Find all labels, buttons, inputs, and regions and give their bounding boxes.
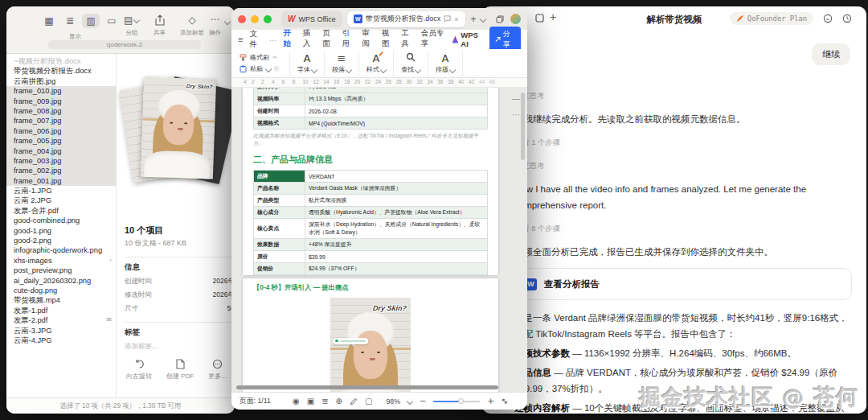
list-item[interactable]: xhs-images› — [6, 256, 116, 266]
user-avatar[interactable] — [510, 14, 521, 24]
column-view-icon[interactable]: ▥ — [82, 14, 100, 28]
fullscreen-icon[interactable]: ↔ — [499, 396, 510, 407]
ribbon-group-排版[interactable]: A排版 — [428, 51, 463, 76]
list-item[interactable]: frame_004.jpg — [6, 146, 116, 156]
table-cell-label: 产品名称 — [254, 183, 305, 195]
close-tab-icon[interactable]: × — [454, 15, 458, 23]
grid-view-icon[interactable]: ▦ — [40, 14, 58, 28]
zoom-slider[interactable] — [433, 401, 480, 402]
eye-icon[interactable]: ◉ — [293, 397, 300, 406]
rotate-left-icon — [134, 359, 145, 369]
edit-pen-icon[interactable] — [350, 397, 358, 406]
list-item[interactable]: good-combined.png — [6, 216, 116, 225]
list-item[interactable]: frame_002.jpg — [6, 166, 116, 175]
more-button[interactable]: 更多... — [208, 359, 227, 381]
list-item[interactable]: 云南-3.JPG — [6, 326, 116, 336]
doc-vertical-scrollbar[interactable] — [521, 93, 525, 160]
group-button[interactable]: ▤ 分组 — [124, 14, 139, 37]
doc-horizontal-scrollbar[interactable] — [236, 385, 498, 389]
format-painter-button[interactable]: 格式刷 ✂ — [240, 53, 289, 62]
list-item[interactable]: good-2.png — [6, 236, 116, 245]
list-item[interactable]: cute-dog.png — [6, 286, 116, 295]
list-item[interactable]: 发票-1.pdf — [6, 306, 116, 315]
zoom-level[interactable]: 98% — [386, 397, 400, 406]
paste-button[interactable]: 粘贴 ⎘ — [240, 64, 289, 73]
tab-list-chevron-icon[interactable] — [479, 15, 485, 22]
list-item[interactable]: post_preview.png — [6, 266, 116, 275]
list-view-icon[interactable]: ≣ — [61, 14, 79, 28]
maximize-window-button[interactable] — [264, 15, 272, 23]
share-button[interactable]: 共享 — [154, 14, 166, 37]
list-item[interactable]: frame_007.jpg — [6, 116, 116, 126]
list-item[interactable]: 发票-合并.pdf — [6, 206, 116, 216]
list-item[interactable]: frame_005.jpg — [6, 136, 116, 146]
feedback-icon[interactable] — [823, 14, 833, 23]
info-row: 尺寸56 — [125, 304, 235, 314]
format-painter-icon — [240, 54, 247, 61]
zoom-in-button[interactable]: + — [487, 397, 493, 406]
add-tags-placeholder[interactable]: 添加标签... — [125, 342, 235, 352]
focus-mode-icon[interactable]: ▢ — [365, 397, 372, 406]
menu-overflow-icon[interactable]: ··· — [269, 35, 277, 44]
tab-wps-home[interactable]: W WPS Office — [281, 11, 342, 27]
close-window-button[interactable] — [238, 15, 246, 23]
toolbar-overflow-chevron-icon[interactable] — [224, 19, 231, 25]
gallery-view-icon[interactable]: ▭ — [103, 14, 121, 28]
ribbon-group-段落[interactable]: ≡段落 — [325, 51, 359, 76]
finder-path-pill[interactable]: qoderwork-2 — [48, 40, 201, 49]
collapse-panel-icon[interactable]: — — [512, 94, 520, 103]
web-layout-icon[interactable]: ⊕ — [336, 397, 342, 406]
ribbon-group-样式[interactable]: A样式 — [359, 51, 394, 76]
more-tools-icon[interactable]: ··· — [512, 110, 520, 119]
list-item[interactable]: good-1.png — [6, 226, 116, 236]
menu-wps-ai[interactable]: WPS AI — [452, 31, 484, 48]
list-item[interactable]: 云南-4.JPG — [6, 336, 116, 345]
file-name: frame_006.jpg — [14, 126, 61, 136]
list-item[interactable]: frame_006.jpg — [6, 126, 116, 136]
menu-file[interactable]: 文件 — [248, 27, 263, 51]
list-item[interactable]: frame_009.jpg — [6, 97, 116, 106]
hamburger-icon[interactable]: ≡ — [238, 35, 243, 44]
list-item[interactable]: 带货视频分析报告.docx — [6, 66, 116, 76]
action-menu-button[interactable]: ··· 操作 — [209, 14, 221, 37]
list-item[interactable]: ~视频分析报告.docx — [6, 56, 116, 66]
report-card[interactable]: W 查看分析报告 — [514, 268, 852, 300]
plan-badge[interactable]: QoFounder Plan — [730, 12, 813, 25]
list-item[interactable]: frame_010.jpg — [6, 86, 116, 96]
ribbon-group-查找[interactable]: 查找 — [394, 51, 428, 76]
list-item[interactable]: infographic-qoderwork.png — [6, 245, 116, 255]
outline-icon[interactable]: ≣ — [321, 397, 328, 406]
thinking-label[interactable]: 深度思考 — [514, 88, 852, 104]
list-item[interactable]: 带货视频.mp4 — [6, 295, 116, 305]
ribbon-group-字体[interactable]: A字体 — [290, 51, 325, 76]
table-cell-value: Verdant Oasis Mask（绿洲保湿面膜） — [305, 183, 488, 195]
list-item[interactable]: ai_daily_20260302.png — [6, 276, 116, 286]
file-name: ~视频分析报告.docx — [14, 56, 80, 66]
thinking-label[interactable]: 深度思考 — [514, 158, 852, 174]
add-tag-button[interactable]: ◇ 添加标签 — [180, 14, 204, 37]
page-mode-icon[interactable]: ▣ — [307, 397, 314, 406]
zoom-out-button[interactable]: − — [420, 397, 426, 406]
zoom-chevron-icon[interactable] — [407, 397, 413, 404]
restore-window-icon[interactable] — [496, 15, 504, 23]
new-tab-button[interactable]: + — [471, 14, 477, 25]
list-item[interactable]: 云南 2.JPG — [6, 196, 116, 205]
finder-view-switcher[interactable]: ▦ ≣ ▥ ▭ — [40, 14, 121, 28]
list-item[interactable]: 发票-2.pdf✉ — [6, 315, 116, 325]
list-item[interactable]: 云南拼图.jpg — [6, 76, 116, 86]
table-cell-value: 贴片式保湿面膜 — [305, 195, 488, 207]
tab-document[interactable]: W 带货视频分析报告.docx × — [347, 11, 465, 27]
rotate-left-button[interactable]: 向左旋转 — [126, 359, 152, 381]
list-item[interactable]: frame_003.jpg — [6, 156, 116, 166]
document-area[interactable]: 文件大小约 66.5 MB视频码率约 13.3 Mbps（高画质）创建时间202… — [231, 88, 527, 393]
create-pdf-button[interactable]: 创建 PDF — [166, 359, 194, 381]
comment-icon[interactable] — [444, 15, 451, 23]
doc-heading-product: 二、产品与品牌信息 — [253, 154, 488, 166]
steps-toggle[interactable]: 查看 8 个步骤 — [514, 220, 852, 237]
list-item[interactable]: frame_001.jpg — [6, 176, 116, 186]
list-item[interactable]: 云南-1.JPG — [6, 186, 116, 196]
steps-toggle[interactable]: 查看 1 个步骤 — [514, 134, 852, 150]
list-item[interactable]: frame_008.jpg — [6, 106, 116, 116]
history-clock-icon[interactable] — [842, 14, 852, 23]
minimize-window-button[interactable] — [251, 15, 259, 23]
